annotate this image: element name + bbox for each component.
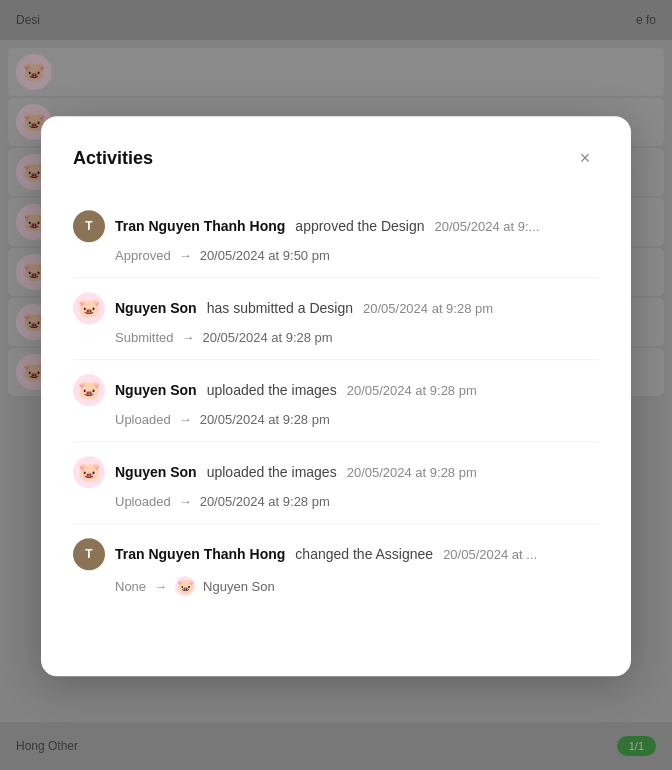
activity-time: 20/05/2024 at 9:28 pm [347, 465, 477, 480]
detail-value: 20/05/2024 at 9:28 pm [200, 494, 330, 509]
assignee-avatar-small: 🐷 [175, 576, 195, 596]
arrow-icon: → [179, 248, 192, 263]
activity-avatar: T [73, 538, 105, 570]
activity-detail: None → 🐷 Nguyen Son [73, 576, 599, 596]
close-button[interactable]: × [571, 144, 599, 172]
activity-main: 🐷 Nguyen Son uploaded the images 20/05/2… [73, 456, 599, 488]
activity-item: 🐷 Nguyen Son uploaded the images 20/05/2… [73, 442, 599, 524]
detail-status: None [115, 579, 146, 594]
activity-main: T Tran Nguyen Thanh Hong changed the Ass… [73, 538, 599, 570]
activity-avatar: 🐷 [73, 374, 105, 406]
activity-action: uploaded the images [207, 382, 337, 398]
activity-main: 🐷 Nguyen Son uploaded the images 20/05/2… [73, 374, 599, 406]
activity-detail: Approved → 20/05/2024 at 9:50 pm [73, 248, 599, 263]
activity-user: Nguyen Son [115, 382, 197, 398]
modal-title: Activities [73, 148, 153, 169]
detail-status: Submitted [115, 330, 174, 345]
activity-user: Nguyen Son [115, 464, 197, 480]
activity-action: approved the Design [295, 218, 424, 234]
activity-detail: Uploaded → 20/05/2024 at 9:28 pm [73, 412, 599, 427]
detail-status: Uploaded [115, 412, 171, 427]
activity-time: 20/05/2024 at 9:28 pm [347, 383, 477, 398]
detail-status: Uploaded [115, 494, 171, 509]
activity-avatar: 🐷 [73, 292, 105, 324]
arrow-icon: → [179, 412, 192, 427]
detail-status: Approved [115, 248, 171, 263]
activity-avatar: 🐷 [73, 456, 105, 488]
activity-detail: Submitted → 20/05/2024 at 9:28 pm [73, 330, 599, 345]
activity-time: 20/05/2024 at 9:28 pm [363, 301, 493, 316]
activity-user: Tran Nguyen Thanh Hong [115, 218, 285, 234]
activity-action: has submitted a Design [207, 300, 353, 316]
activity-user: Nguyen Son [115, 300, 197, 316]
detail-value: 20/05/2024 at 9:28 pm [200, 412, 330, 427]
arrow-icon: → [154, 579, 167, 594]
close-icon: × [580, 148, 591, 169]
activity-item: T Tran Nguyen Thanh Hong changed the Ass… [73, 524, 599, 610]
activity-main: T Tran Nguyen Thanh Hong approved the De… [73, 210, 599, 242]
detail-value: Nguyen Son [203, 579, 275, 594]
activity-action: changed the Assignee [295, 546, 433, 562]
detail-value: 20/05/2024 at 9:28 pm [203, 330, 333, 345]
activity-main: 🐷 Nguyen Son has submitted a Design 20/0… [73, 292, 599, 324]
activity-item: 🐷 Nguyen Son uploaded the images 20/05/2… [73, 360, 599, 442]
activity-item: 🐷 Nguyen Son has submitted a Design 20/0… [73, 278, 599, 360]
detail-value: 20/05/2024 at 9:50 pm [200, 248, 330, 263]
activity-time: 20/05/2024 at 9:... [435, 219, 540, 234]
activities-modal: Activities × T Tran Nguyen Thanh Hong ap… [41, 116, 631, 676]
activity-list: T Tran Nguyen Thanh Hong approved the De… [73, 196, 599, 610]
activity-avatar: T [73, 210, 105, 242]
modal-header: Activities × [73, 144, 599, 172]
activity-user: Tran Nguyen Thanh Hong [115, 546, 285, 562]
arrow-icon: → [182, 330, 195, 345]
activity-time: 20/05/2024 at ... [443, 547, 537, 562]
activity-item: T Tran Nguyen Thanh Hong approved the De… [73, 196, 599, 278]
activity-detail: Uploaded → 20/05/2024 at 9:28 pm [73, 494, 599, 509]
arrow-icon: → [179, 494, 192, 509]
activity-action: uploaded the images [207, 464, 337, 480]
